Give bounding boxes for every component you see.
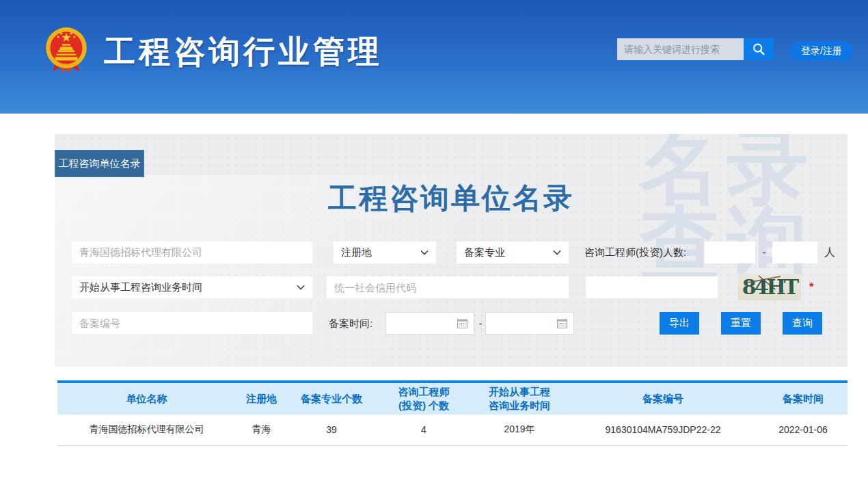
engineer-count-max-input[interactable] [772, 242, 817, 263]
table-row: 青海国德招标代理有限公司 青海 39 4 2019年 91630104MA759… [57, 415, 847, 445]
col-header-engineer-count: 咨询工程师 (投资) 个数 [376, 383, 472, 415]
engineer-count-min-input[interactable] [705, 242, 755, 263]
national-emblem-logo [41, 23, 92, 77]
col-header-record-time: 备案时间 [759, 383, 847, 415]
credit-code-input[interactable] [327, 276, 569, 298]
date-range-dash: - [476, 312, 485, 335]
export-button[interactable]: 导出 [660, 312, 699, 335]
record-number-input[interactable] [72, 312, 312, 334]
company-name-input[interactable] [72, 242, 312, 263]
search-icon [751, 42, 766, 57]
directory-panel: 名录 查询 工程咨询单位名录 工程咨询单位名录 注册地 备案专业 咨询工程师(投… [55, 134, 847, 367]
col-header-specialty-count: 备案专业个数 [287, 383, 376, 415]
range-dash: - [759, 242, 769, 263]
query-button[interactable]: 查询 [783, 312, 822, 335]
cell-engineer-count: 4 [376, 415, 472, 445]
chevron-down-icon [297, 285, 305, 290]
cell-record-no: 91630104MA759JDP22-22 [567, 415, 759, 445]
record-time-to-input[interactable] [485, 312, 574, 335]
specialty-select[interactable]: 备案专业 [457, 242, 569, 263]
table-header-row: 单位名称 注册地 备案专业个数 咨询工程师 (投资) 个数 开始从事工程 咨询业… [57, 383, 847, 415]
header: 工程咨询行业管理 登录/注册 [0, 0, 868, 114]
col-header-record-no: 备案编号 [567, 383, 759, 415]
reset-button[interactable]: 重置 [721, 312, 761, 335]
person-unit-label: 人 [824, 242, 835, 263]
calendar-icon [557, 319, 567, 328]
captcha-image[interactable]: 84HT [738, 274, 801, 300]
login-register-button[interactable]: 登录/注册 [790, 42, 853, 61]
start-time-select[interactable]: 开始从事工程咨询业务时间 [72, 276, 312, 298]
col-header-region: 注册地 [236, 383, 287, 415]
tab-directory[interactable]: 工程咨询单位名录 [55, 150, 144, 177]
col-header-start-time: 开始从事工程 咨询业务时间 [472, 383, 567, 415]
chevron-down-icon [553, 250, 561, 255]
cell-unit-name: 青海国德招标代理有限公司 [57, 415, 236, 445]
record-time-label: 备案时间: [329, 312, 372, 335]
cell-region: 青海 [236, 415, 287, 445]
search-button[interactable] [744, 38, 774, 60]
chevron-down-icon [420, 250, 429, 255]
calendar-icon [457, 319, 467, 328]
cell-record-time: 2022-01-06 [759, 415, 847, 445]
captcha-input[interactable] [586, 276, 718, 298]
results-table-wrap: 单位名称 注册地 备案专业个数 咨询工程师 (投资) 个数 开始从事工程 咨询业… [57, 380, 847, 446]
results-table: 单位名称 注册地 备案专业个数 咨询工程师 (投资) 个数 开始从事工程 咨询业… [57, 383, 847, 446]
required-asterisk: * [809, 276, 814, 298]
col-header-unit-name: 单位名称 [57, 383, 236, 415]
engineer-count-label: 咨询工程师(投资)人数: [584, 242, 686, 263]
cell-start-time: 2019年 [472, 415, 567, 445]
site-title: 工程咨询行业管理 [104, 31, 383, 73]
record-time-from-input[interactable] [385, 312, 474, 335]
cell-specialty-count: 39 [287, 415, 376, 445]
page-title: 工程咨询单位名录 [55, 179, 847, 218]
keyword-search-input[interactable] [617, 38, 744, 60]
region-select[interactable]: 注册地 [334, 242, 436, 263]
header-search [617, 38, 774, 60]
page: 工程咨询行业管理 登录/注册 名录 查询 工程咨询单位名录 工程咨询单位名录 注… [0, 0, 868, 496]
